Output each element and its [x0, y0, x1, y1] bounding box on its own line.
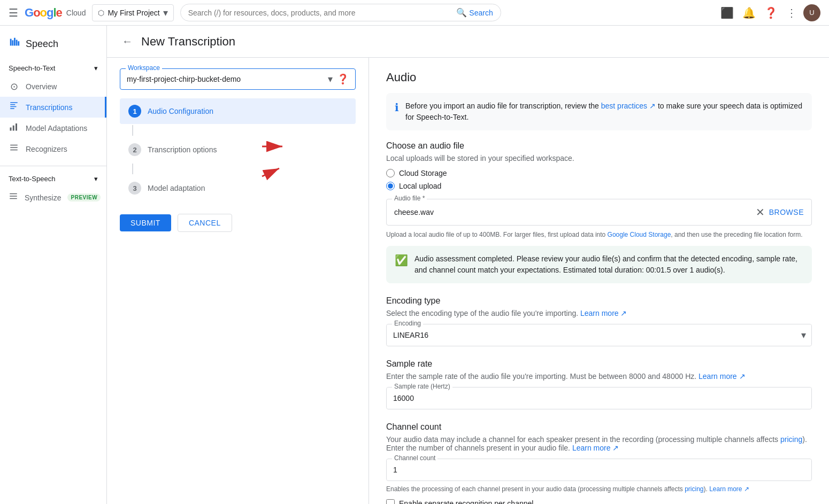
- sidebar-item-synthesize[interactable]: Synthesize PREVIEW: [0, 187, 106, 208]
- sidebar-item-model-adaptations[interactable]: Model Adaptations: [0, 118, 106, 138]
- success-banner: ✅ Audio assessment completed. Please rev…: [386, 246, 812, 283]
- terminal-button[interactable]: ⬛: [718, 4, 736, 21]
- sample-rate-input-wrapper: Sample rate (Hertz): [386, 387, 812, 409]
- more-options-button[interactable]: ⋮: [784, 4, 799, 21]
- transcriptions-icon: [9, 101, 19, 113]
- project-selector[interactable]: ⬡ My First Project ▾: [92, 4, 173, 21]
- action-buttons: SUBMIT CANCEL: [120, 214, 356, 232]
- audio-section-title: Audio: [386, 71, 812, 84]
- synthesize-icon: [9, 191, 18, 204]
- overview-icon: ⊙: [9, 81, 19, 92]
- step-divider-1: [132, 125, 133, 136]
- encoding-field-label: Encoding: [392, 320, 423, 327]
- audio-source-radio-group: Cloud Storage Local upload: [386, 169, 812, 190]
- google-cloud-storage-link[interactable]: Google Cloud Storage: [608, 231, 671, 238]
- channel-count-learn-more-link[interactable]: Learn more ↗: [572, 444, 619, 452]
- svg-rect-8: [10, 108, 14, 110]
- success-text: Audio assessment completed. Please revie…: [414, 253, 803, 276]
- help-button[interactable]: ❓: [762, 4, 780, 21]
- svg-rect-3: [16, 40, 18, 45]
- sample-rate-field-label: Sample rate (Hertz): [392, 383, 452, 390]
- search-bar: 🔍 Search: [180, 4, 501, 21]
- processing-learn-more-link[interactable]: Learn more ↗: [709, 485, 749, 493]
- svg-rect-17: [10, 198, 17, 199]
- user-avatar[interactable]: U: [803, 4, 820, 21]
- search-button[interactable]: 🔍 Search: [456, 7, 493, 18]
- svg-rect-12: [10, 145, 18, 146]
- search-icon: 🔍: [456, 7, 467, 18]
- sidebar-item-label: Synthesize: [25, 193, 61, 202]
- step-2-label: Transcription options: [148, 145, 217, 154]
- step-2[interactable]: 2 Transcription options: [120, 137, 356, 162]
- svg-rect-16: [10, 196, 17, 197]
- text-to-speech-section: Text-to-Speech ▾ Synthesize PREVIEW: [0, 170, 106, 208]
- local-upload-option[interactable]: Local upload: [386, 182, 812, 190]
- content-columns: Workspace my-first-project-chirp-bucket-…: [107, 58, 829, 504]
- back-button[interactable]: ←: [120, 33, 135, 50]
- sidebar-item-overview[interactable]: ⊙ Overview: [0, 76, 106, 97]
- separate-recognition-label: Enable separate recognition per channel.: [399, 499, 535, 504]
- choose-audio-desc: Local uploads will be stored in your spe…: [386, 154, 812, 162]
- recognizers-icon: [9, 143, 19, 155]
- best-practices-link[interactable]: best practices ↗: [601, 102, 656, 110]
- text-to-speech-header[interactable]: Text-to-Speech ▾: [0, 170, 106, 187]
- clear-audio-button[interactable]: ✕: [756, 206, 765, 219]
- step-1-label: Audio Configuration: [148, 107, 213, 115]
- sample-rate-learn-more-link[interactable]: Learn more ↗: [698, 372, 745, 381]
- pricing-link[interactable]: pricing: [780, 435, 802, 444]
- project-dropdown-icon: ▾: [163, 7, 168, 19]
- cloud-storage-option[interactable]: Cloud Storage: [386, 169, 812, 177]
- sample-rate-input[interactable]: [387, 387, 811, 409]
- step-3[interactable]: 3 Model adaptation: [120, 175, 356, 201]
- sidebar: Speech Speech-to-Text ▾ ⊙ Overview Trans…: [0, 26, 107, 504]
- notifications-button[interactable]: 🔔: [740, 4, 758, 21]
- svg-rect-11: [16, 123, 17, 131]
- sidebar-item-recognizers[interactable]: Recognizers: [0, 138, 106, 159]
- page-header: ← New Transcription: [107, 26, 829, 58]
- cloud-storage-radio[interactable]: [386, 169, 395, 177]
- sidebar-item-transcriptions[interactable]: Transcriptions: [0, 97, 106, 118]
- channel-count-desc: Your audio data may include a channel fo…: [386, 435, 812, 452]
- cancel-button[interactable]: CANCEL: [178, 214, 232, 232]
- separate-recognition-row: Enable separate recognition per channel.: [386, 499, 812, 504]
- sample-rate-section: Sample rate Enter the sample rate of the…: [386, 359, 812, 409]
- local-upload-label: Local upload: [399, 182, 441, 190]
- speech-to-text-header[interactable]: Speech-to-Text ▾: [0, 60, 106, 76]
- speech-icon: [9, 36, 20, 51]
- local-upload-radio[interactable]: [386, 182, 395, 190]
- audio-file-input-row: cheese.wav ✕ BROWSE: [394, 206, 804, 219]
- channel-count-input-wrapper: Channel count: [386, 459, 812, 481]
- sidebar-item-label: Overview: [26, 82, 57, 91]
- cloud-text: Cloud: [66, 9, 86, 17]
- google-cloud-logo: Google Cloud: [25, 6, 86, 20]
- sample-rate-label: Sample rate: [386, 359, 812, 369]
- left-panel: Workspace my-first-project-chirp-bucket-…: [107, 58, 369, 504]
- svg-rect-7: [10, 106, 16, 107]
- menu-icon[interactable]: ☰: [9, 6, 18, 19]
- step-1[interactable]: 1 Audio Configuration: [120, 98, 356, 124]
- processing-pricing-link[interactable]: pricing: [685, 485, 703, 493]
- workspace-help-icon[interactable]: ❓: [337, 73, 349, 85]
- app-name: Speech: [26, 38, 58, 50]
- browse-button[interactable]: BROWSE: [769, 208, 804, 216]
- search-input[interactable]: [188, 9, 452, 17]
- sidebar-divider: [0, 166, 106, 166]
- workspace-label: Workspace: [126, 64, 162, 72]
- section-label: Text-to-Speech: [9, 175, 55, 183]
- encoding-section: Encoding type Select the encoding type o…: [386, 296, 812, 346]
- svg-rect-5: [10, 102, 18, 103]
- workspace-value: my-first-project-chirp-bucket-demo: [127, 75, 241, 83]
- separate-recognition-checkbox[interactable]: [386, 499, 395, 504]
- channel-count-field-label: Channel count: [392, 454, 437, 462]
- submit-button[interactable]: SUBMIT: [120, 214, 171, 231]
- collapse-icon: ▾: [94, 175, 98, 183]
- encoding-select[interactable]: LINEAR16 FLAC MULAW AMR AMR_WB OGG_OPUS: [387, 324, 811, 346]
- svg-rect-0: [10, 39, 12, 46]
- encoding-learn-more-link[interactable]: Learn more ↗: [580, 309, 627, 317]
- workspace-dropdown-button[interactable]: ▾: [328, 73, 333, 85]
- audio-file-section: Audio file * cheese.wav ✕ BROWSE: [386, 199, 812, 226]
- steps-list: 1 Audio Configuration 2 Transcription op…: [120, 98, 356, 201]
- encoding-select-wrapper: Encoding LINEAR16 FLAC MULAW AMR AMR_WB …: [386, 324, 812, 346]
- info-icon: ℹ: [395, 101, 399, 114]
- channel-count-input[interactable]: [387, 459, 811, 480]
